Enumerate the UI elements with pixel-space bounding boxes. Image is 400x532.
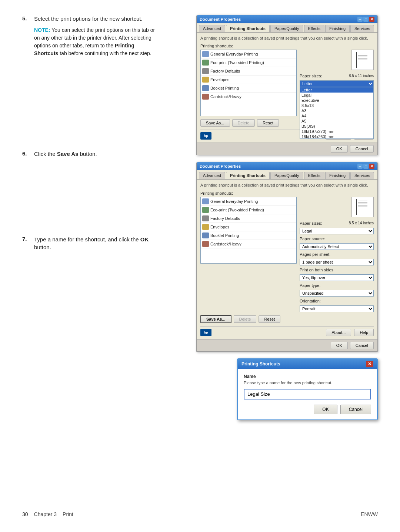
delete-btn1[interactable]: Delete — [232, 119, 255, 127]
tab2-printing-shortcuts[interactable]: Printing Shortcuts — [226, 172, 270, 179]
shortcut-item-factory[interactable]: Factory Defaults — [201, 67, 296, 76]
popup-ok-btn[interactable]: OK — [314, 405, 337, 414]
dd-b5[interactable]: B5(JIS) — [300, 124, 373, 129]
cancel-btn2[interactable]: Cancel — [350, 342, 374, 349]
shortcut2-item-booklet[interactable]: Booklet Printing — [201, 231, 296, 240]
tab2-services[interactable]: Services — [350, 172, 374, 179]
shortcut2-item-eco[interactable]: Eco-print (Two-sided Printing) — [201, 206, 296, 214]
save-as-btn1[interactable]: Save As... — [200, 119, 230, 127]
footer-enww: ENWW — [361, 511, 378, 517]
dialog2-buttons-row: Save As... Delete Reset — [200, 315, 374, 323]
paper-size-select2[interactable]: Legal — [300, 228, 374, 234]
preview-paper2 — [356, 199, 369, 215]
dialog1-title-left: Document Properties — [200, 17, 241, 21]
shortcut2-name-booklet: Booklet Printing — [210, 233, 239, 238]
shortcut2-icon-eco — [202, 207, 209, 213]
ok-btn2[interactable]: OK — [331, 342, 348, 349]
paper-size-dropdown-open[interactable]: Letter Legal Executive 8.5x13 A3 A4 A5 B… — [300, 87, 374, 139]
shortcut-item-eco[interactable]: Eco-print (Two-sided Printing) — [201, 58, 296, 67]
paper-settings-panel1: Paper sizes: 8.5 x 11 inches Letter — [300, 50, 374, 116]
dd-a5[interactable]: A5 — [300, 118, 373, 124]
dialog2-tabs: Advanced Printing Shortcuts Paper/Qualit… — [197, 170, 377, 180]
dialog1-main-area: General Everyday Printing Eco-print (Two… — [200, 50, 374, 116]
dd-letter[interactable]: Letter — [300, 87, 373, 93]
close-btn2[interactable]: ✕ — [369, 164, 374, 169]
tab-advanced[interactable]: Advanced — [199, 25, 225, 32]
shortcut2-item-envelopes[interactable]: Envelopes — [201, 223, 296, 231]
footer-right: ENWW — [361, 511, 378, 517]
dialog2-ok-cancel: OK Cancel — [197, 339, 377, 351]
help-btn2[interactable]: Help — [354, 329, 374, 336]
shortcut-item-booklet[interactable]: Booklet Printing — [201, 84, 296, 93]
tab2-effects[interactable]: Effects — [304, 172, 324, 179]
save-as-btn2[interactable]: Save As... — [200, 315, 231, 323]
step6-text-post: button. — [80, 151, 97, 157]
minimize-btn2[interactable]: ─ — [357, 164, 363, 169]
print-both-label2: Print on both sides: — [300, 268, 374, 272]
tab-effects[interactable]: Effects — [304, 25, 324, 32]
dialog2-titlebar-icons: ─ □ ✕ — [357, 164, 374, 169]
shortcut2-item-card[interactable]: Cardstock/Heavy — [201, 240, 296, 248]
cancel-btn1[interactable]: Cancel — [350, 145, 374, 153]
shortcuts-list-container2: General Everyday Printing Eco-print (Two… — [200, 197, 297, 312]
tab2-finishing[interactable]: Finishing — [325, 172, 350, 179]
dialog2-title-left: Document Properties — [200, 164, 241, 168]
preview-line — [358, 207, 367, 207]
orientation-select2[interactable]: Portrait — [300, 305, 374, 312]
close-btn[interactable]: ✕ — [369, 17, 374, 22]
paper-size-select1[interactable]: Letter — [300, 80, 374, 87]
shortcut-item-envelopes[interactable]: Envelopes — [201, 76, 296, 84]
dd-16k2[interactable]: 16k(184x260) mm — [300, 134, 373, 139]
dd-legal[interactable]: Legal — [300, 93, 373, 98]
pages-per-sheet-select2[interactable]: 1 page per sheet — [300, 259, 374, 265]
shortcut2-item-factory[interactable]: Factory Defaults — [201, 214, 296, 223]
dd-8x13[interactable]: 8.5x13 — [300, 103, 373, 108]
dialog2-body: A printing shortcut is a collection of s… — [197, 180, 377, 339]
shortcuts-list[interactable]: General Everyday Printing Eco-print (Two… — [200, 50, 297, 116]
paper-preview2 — [351, 197, 374, 217]
shortcut-name-card: Cardstock/Heavy — [210, 94, 241, 99]
popup-cancel-btn[interactable]: Cancel — [340, 405, 371, 414]
paper-settings-panel2: Paper sizes: 8.5 x 14 inches Legal Paper… — [300, 197, 374, 312]
paper-source-label2: Paper source: — [300, 237, 374, 241]
paper-type-select2[interactable]: Unspecified — [300, 290, 374, 297]
step6-text-pre: Click the — [34, 151, 57, 157]
tab-printing-shortcuts[interactable]: Printing Shortcuts — [226, 25, 270, 32]
shortcut2-name-factory: Factory Defaults — [210, 216, 240, 221]
delete-btn2[interactable]: Delete — [234, 315, 257, 323]
paper-source-select2[interactable]: Automatically Select — [300, 243, 374, 250]
dd-16k1[interactable]: 16k(197x270) mm — [300, 129, 373, 134]
dd-a4[interactable]: A4 — [300, 113, 373, 118]
tab-paper-quality[interactable]: Paper/Quality — [270, 25, 303, 32]
popup-input[interactable] — [244, 389, 371, 399]
shortcut-item-card[interactable]: Cardstock/Heavy — [201, 93, 296, 101]
tab-finishing[interactable]: Finishing — [325, 25, 350, 32]
reset-btn1[interactable]: Reset — [257, 119, 279, 127]
step5-number: 5. — [22, 15, 34, 21]
footer-chapter-label: Chapter 3 — [34, 511, 57, 517]
dd-a3[interactable]: A3 — [300, 108, 373, 113]
about-btn2[interactable]: About... — [326, 329, 351, 336]
reset-btn2[interactable]: Reset — [259, 315, 280, 323]
shortcuts-list2[interactable]: General Everyday Printing Eco-print (Two… — [200, 197, 297, 264]
shortcut2-name-eco: Eco-print (Two-sided Printing) — [210, 208, 264, 212]
step6-text-bold: Save As — [57, 151, 79, 157]
shortcut-item-general[interactable]: General Everyday Printing — [201, 50, 296, 58]
dialog1-titlebar: Document Properties ─ □ ✕ — [197, 15, 377, 23]
ok-btn1[interactable]: OK — [331, 145, 348, 153]
preview-line — [358, 54, 367, 54]
minimize-btn[interactable]: ─ — [357, 17, 363, 22]
dialog2-title-text: Document Properties — [200, 164, 241, 168]
maximize-btn2[interactable]: □ — [363, 164, 369, 169]
dd-executive[interactable]: Executive — [300, 98, 373, 103]
paper-preview1 — [351, 50, 374, 70]
tab2-paper-quality[interactable]: Paper/Quality — [270, 172, 303, 179]
maximize-btn[interactable]: □ — [363, 17, 369, 22]
shortcut2-item-general[interactable]: General Everyday Printing — [201, 197, 296, 206]
popup-close-icon[interactable]: ✕ — [366, 361, 373, 367]
print-both-select2[interactable]: Yes, flip over — [300, 274, 374, 281]
tab2-advanced[interactable]: Advanced — [199, 172, 225, 179]
tab-services[interactable]: Services — [350, 25, 374, 32]
popup-instruction: Please type a name for the new printing … — [244, 381, 371, 385]
preview-paper1 — [356, 52, 369, 68]
